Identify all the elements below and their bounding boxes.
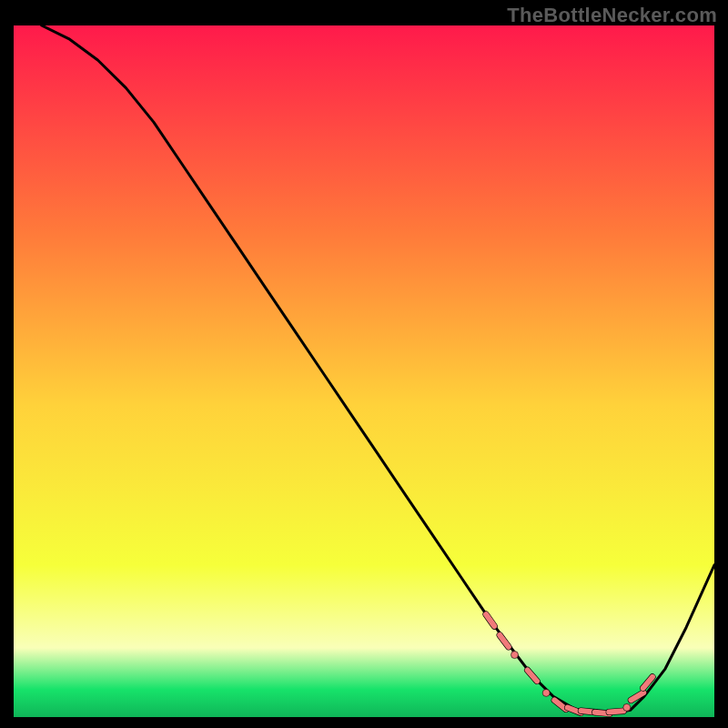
marker-tick [609,711,623,712]
marker-dot [542,689,550,696]
marker-dot [623,703,631,711]
gradient-background [14,25,714,717]
marker-dot [511,652,519,659]
plot-area [14,25,714,717]
watermark-text: TheBottleNecker.com [507,4,717,27]
chart-svg [14,25,714,717]
chart-container: TheBottleNecker.com [0,0,728,728]
